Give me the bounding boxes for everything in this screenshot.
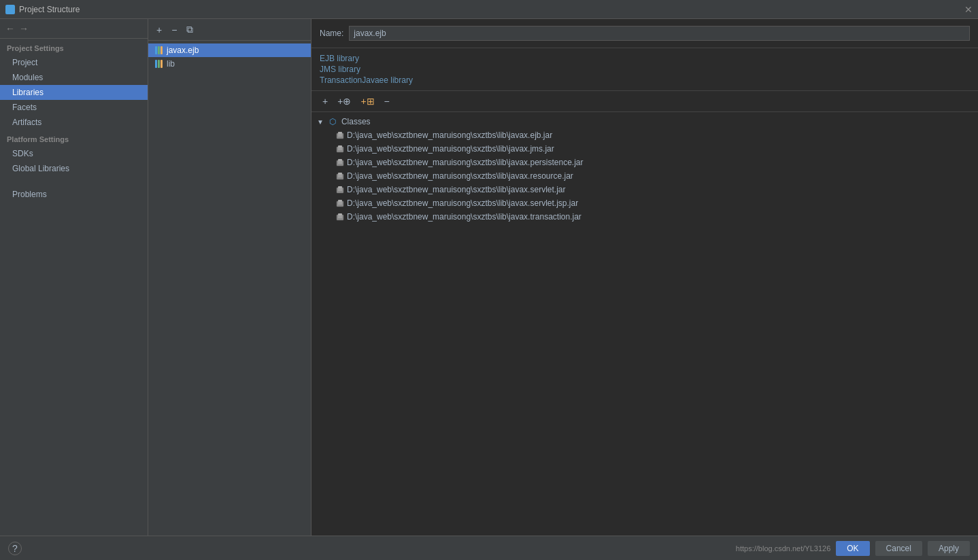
classes-toolbar: + +⊕ +⊞ − [311, 91, 978, 112]
jar-item-3[interactable]: D:\java_web\sxztbnew_maruisong\sxztbs\li… [328, 169, 978, 183]
svg-rect-25 [338, 213, 342, 215]
svg-rect-21 [338, 200, 342, 202]
sidebar-nav: ← → [0, 19, 148, 39]
add-spec-icon: +⊕ [337, 96, 351, 107]
sidebar-item-project[interactable]: Project [0, 55, 148, 70]
jar-icon-2 [336, 158, 344, 167]
jar-icon-6 [336, 213, 344, 221]
sidebar-item-problems[interactable]: Problems [0, 187, 148, 202]
svg-rect-13 [338, 173, 342, 175]
jar-icon-0 [336, 131, 344, 139]
sidebar-item-artifacts[interactable]: Artifacts [0, 115, 148, 130]
help-button[interactable]: ? [8, 542, 22, 555]
jar-item-2[interactable]: D:\java_web\sxztbnew_maruisong\sxztbs\li… [328, 156, 978, 169]
nav-forward-icon[interactable]: → [19, 23, 29, 34]
jar-item-6[interactable]: D:\java_web\sxztbnew_maruisong\sxztbs\li… [328, 210, 978, 224]
add-library-button[interactable]: + [154, 23, 165, 37]
footer-left: ? [8, 542, 22, 555]
title-bar-left: Project Structure [5, 5, 80, 14]
svg-rect-17 [338, 186, 342, 188]
cancel-button[interactable]: Cancel [875, 541, 922, 556]
footer-right: https://blog.csdn.net/YL3126 OK Cancel A… [736, 541, 970, 556]
title-text: Project Structure [19, 5, 80, 14]
name-row: Name: [311, 19, 978, 48]
footer-status: https://blog.csdn.net/YL3126 [736, 544, 830, 553]
title-bar: Project Structure ✕ [0, 0, 978, 19]
jar-item-0[interactable]: D:\java_web\sxztbnew_maruisong\sxztbs\li… [328, 128, 978, 142]
classes-root-node[interactable]: ▼ ⬡ Classes [311, 115, 978, 128]
jar-item-1[interactable]: D:\java_web\sxztbnew_maruisong\sxztbs\li… [328, 142, 978, 156]
jar-icon-3 [336, 172, 344, 180]
jar-icon-5 [336, 199, 344, 207]
lib-icon-lib [155, 60, 163, 68]
svg-rect-9 [338, 159, 342, 161]
add-class-spec-button[interactable]: +⊞ [358, 94, 377, 108]
lib-desc-transaction: TransactionJavaee library [320, 75, 970, 85]
detail-panel: Name: EJB library JMS library Transactio… [311, 19, 978, 536]
nav-back-icon[interactable]: ← [5, 23, 15, 34]
dialog-footer: ? https://blog.csdn.net/YL3126 OK Cancel… [0, 536, 978, 560]
lib-icon-javax-ejb [155, 46, 163, 54]
jar-icon-4 [336, 186, 344, 194]
remove-library-button[interactable]: − [169, 23, 180, 37]
classes-root-label: Classes [341, 117, 371, 126]
expand-icon: ▼ [317, 118, 324, 126]
add-spec-button[interactable]: +⊕ [335, 94, 354, 108]
add-class-button[interactable]: + [320, 94, 331, 108]
dialog-body: ← → Project Settings Project Modules Lib… [0, 19, 978, 536]
copy-library-button[interactable]: ⧉ [184, 22, 196, 37]
lib-list: javax.ejb lib [148, 41, 311, 536]
sidebar-item-libraries[interactable]: Libraries [0, 85, 148, 100]
sidebar-item-sdks[interactable]: SDKs [0, 146, 148, 161]
lib-desc-ejb: EJB library [320, 54, 970, 63]
lib-list-toolbar: + − ⧉ [148, 19, 311, 41]
close-icon[interactable]: ✕ [964, 4, 973, 15]
lib-item-lib[interactable]: lib [148, 57, 311, 71]
name-label: Name: [320, 29, 343, 38]
app-icon [5, 5, 15, 14]
svg-rect-1 [338, 132, 342, 134]
tree-children: D:\java_web\sxztbnew_maruisong\sxztbs\li… [311, 128, 978, 224]
lib-desc-jms: JMS library [320, 65, 970, 74]
lib-list-panel: + − ⧉ javax.ejb [148, 19, 311, 536]
content-panels: + − ⧉ javax.ejb [148, 19, 978, 536]
sidebar-item-global-libraries[interactable]: Global Libraries [0, 161, 148, 176]
svg-rect-5 [338, 145, 342, 147]
jar-item-5[interactable]: D:\java_web\sxztbnew_maruisong\sxztbs\li… [328, 196, 978, 210]
add-class-spec-icon: +⊞ [360, 96, 374, 107]
platform-settings-label: Platform Settings [0, 130, 148, 146]
project-settings-label: Project Settings [0, 39, 148, 55]
classes-tree: ▼ ⬡ Classes D:\java_web\sxztbnew_maruiso… [311, 112, 978, 536]
lib-desc-list: EJB library JMS library TransactionJavae… [311, 48, 978, 91]
jar-icon-1 [336, 145, 344, 153]
classes-folder-icon: ⬡ [329, 117, 336, 126]
sidebar: ← → Project Settings Project Modules Lib… [0, 19, 148, 536]
sidebar-item-modules[interactable]: Modules [0, 70, 148, 85]
ok-button[interactable]: OK [836, 541, 869, 556]
name-input[interactable] [349, 26, 970, 41]
remove-class-button[interactable]: − [382, 94, 392, 108]
apply-button[interactable]: Apply [928, 541, 970, 556]
sidebar-item-facets[interactable]: Facets [0, 100, 148, 115]
lib-item-javax-ejb[interactable]: javax.ejb [148, 43, 311, 57]
jar-item-4[interactable]: D:\java_web\sxztbnew_maruisong\sxztbs\li… [328, 183, 978, 196]
